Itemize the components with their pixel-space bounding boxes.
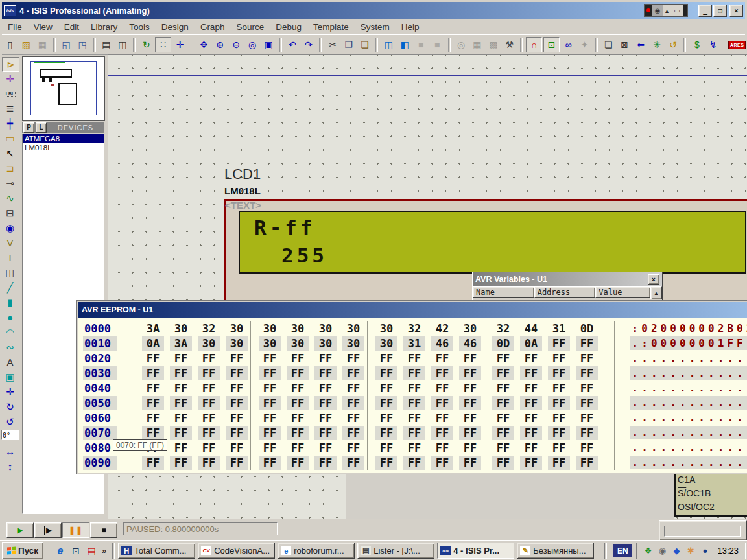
eeprom-byte-cell[interactable]: FF — [459, 351, 481, 366]
menu-design[interactable]: Design — [156, 21, 195, 33]
green-utility-tray-icon[interactable]: ❖ — [642, 545, 654, 557]
block-move-button[interactable]: ◧ — [397, 38, 412, 52]
eeprom-byte-cell[interactable]: FF — [548, 336, 570, 351]
avr-variables-close-button[interactable]: × — [648, 274, 659, 285]
2d-path-mode-button[interactable]: ∾ — [2, 340, 18, 354]
eeprom-byte-cell[interactable]: FF — [170, 351, 192, 366]
eeprom-byte-cell[interactable]: FF — [576, 396, 598, 410]
eeprom-byte-cell[interactable]: FF — [198, 366, 220, 380]
eeprom-byte-cell[interactable]: FF — [576, 441, 598, 455]
eeprom-byte-cell[interactable]: FF — [226, 396, 248, 410]
show-desktop-icon[interactable]: ⊡ — [69, 544, 82, 557]
eeprom-byte-cell[interactable]: FF — [142, 366, 164, 380]
eeprom-byte-cell[interactable]: FF — [170, 441, 192, 455]
simulation-pause-button[interactable]: ❚❚ — [62, 522, 89, 538]
mirror-x-button[interactable]: ↔ — [2, 445, 18, 458]
eeprom-byte-cell[interactable]: FF — [548, 411, 570, 425]
new-sheet-button[interactable]: ❏ — [601, 38, 616, 52]
eeprom-byte-cell[interactable]: FF — [226, 426, 248, 440]
menu-help[interactable]: Help — [396, 21, 425, 33]
cut-button[interactable]: ✂ — [325, 38, 340, 52]
eeprom-byte-cell[interactable]: 30 — [314, 321, 337, 336]
taskbar-task-button[interactable]: HTotal Comm... — [118, 542, 195, 559]
eeprom-byte-cell[interactable]: FF — [576, 426, 598, 440]
eeprom-byte-cell[interactable]: 30 — [226, 321, 248, 336]
eeprom-byte-cell[interactable]: 31 — [403, 336, 425, 351]
eeprom-byte-cell[interactable]: FF — [403, 396, 425, 410]
tape-recorder-mode-button[interactable]: ⊟ — [2, 206, 18, 220]
schematic-overview[interactable] — [22, 56, 105, 121]
mark-output-area-button[interactable]: ◫ — [115, 38, 130, 52]
blue-badge-tray-icon[interactable]: ● — [699, 545, 711, 557]
eeprom-byte-cell[interactable]: FF — [548, 366, 570, 380]
eeprom-byte-cell[interactable]: FF — [403, 366, 425, 380]
menu-library[interactable]: Library — [85, 21, 123, 33]
eeprom-byte-cell[interactable]: FF — [226, 456, 248, 470]
eeprom-byte-cell[interactable]: FF — [403, 411, 425, 425]
bill-of-materials-button[interactable]: $ — [689, 38, 704, 52]
eeprom-byte-cell[interactable]: FF — [548, 441, 570, 455]
eeprom-byte-cell[interactable]: FF — [342, 456, 364, 470]
menu-tools[interactable]: Tools — [123, 21, 156, 33]
eeprom-byte-cell[interactable]: FF — [287, 381, 309, 395]
eeprom-byte-cell[interactable]: FF — [142, 351, 164, 366]
menu-graph[interactable]: Graph — [195, 21, 231, 33]
eeprom-byte-cell[interactable]: 30 — [226, 336, 248, 351]
virtual-instruments-mode-button[interactable]: ◫ — [2, 266, 18, 279]
library-button[interactable]: L — [36, 122, 47, 133]
2d-box-mode-button[interactable]: ▮ — [2, 296, 18, 309]
eeprom-byte-cell[interactable]: FF — [492, 426, 514, 440]
start-button[interactable]: Пуск — [2, 542, 43, 559]
design-explorer-button[interactable]: ✦ — [577, 38, 592, 52]
eeprom-byte-cell[interactable]: FF — [142, 426, 164, 440]
2d-line-mode-button[interactable]: ╱ — [2, 281, 18, 294]
2d-text-mode-button[interactable]: A — [2, 355, 18, 369]
taskbar-task-button[interactable]: isis4 - ISIS Pr... — [437, 542, 514, 559]
eeprom-byte-cell[interactable]: FF — [459, 426, 481, 440]
eeprom-byte-cell[interactable]: FF — [142, 396, 164, 410]
instant-edit-mode-button[interactable]: ↖ — [2, 146, 18, 160]
eeprom-byte-cell[interactable]: FF — [375, 381, 397, 395]
eeprom-byte-cell[interactable]: FF — [170, 411, 192, 425]
eeprom-byte-cell[interactable]: FF — [342, 366, 364, 380]
variables-column-address[interactable]: Address — [534, 286, 596, 298]
import-section-button[interactable]: ◱ — [59, 38, 74, 52]
eeprom-byte-cell[interactable]: FF — [375, 441, 397, 455]
eeprom-byte-cell[interactable]: FF — [142, 456, 164, 470]
eeprom-byte-cell[interactable]: FF — [431, 351, 453, 366]
eeprom-byte-cell[interactable]: FF — [259, 351, 281, 366]
eeprom-byte-cell[interactable]: 0A — [520, 336, 542, 351]
eeprom-byte-cell[interactable]: FF — [459, 411, 481, 425]
eeprom-byte-cell[interactable]: FF — [375, 366, 397, 380]
eeprom-byte-cell[interactable]: 0D — [576, 321, 598, 336]
eeprom-byte-cell[interactable]: FF — [342, 351, 364, 366]
eeprom-byte-cell[interactable]: FF — [403, 351, 425, 366]
2d-marker-mode-button[interactable]: ✛ — [2, 385, 18, 399]
eeprom-byte-cell[interactable]: FF — [431, 381, 453, 395]
eeprom-byte-cell[interactable]: FF — [548, 396, 570, 410]
eeprom-byte-cell[interactable]: 30 — [170, 321, 192, 336]
eeprom-byte-cell[interactable]: FF — [431, 366, 453, 380]
device-list-item[interactable]: LM018L — [23, 143, 104, 152]
bus-mode-button[interactable]: ┿ — [2, 117, 18, 130]
zoom-in-button[interactable]: ⊕ — [213, 38, 228, 52]
eeprom-byte-cell[interactable]: FF — [342, 411, 364, 425]
eeprom-byte-cell[interactable]: FF — [259, 381, 281, 395]
eeprom-byte-cell[interactable]: FF — [375, 456, 397, 470]
eeprom-byte-cell[interactable]: FF — [548, 351, 570, 366]
simulation-stop-button[interactable]: ■ — [90, 522, 117, 538]
export-section-button[interactable]: ◳ — [75, 38, 90, 52]
eeprom-byte-cell[interactable]: FF — [170, 456, 192, 470]
goto-sheet-button[interactable]: ↺ — [665, 38, 680, 52]
menu-edit[interactable]: Edit — [58, 21, 85, 33]
eeprom-byte-cell[interactable]: FF — [548, 456, 570, 470]
eeprom-byte-cell[interactable]: FF — [576, 336, 598, 351]
eeprom-byte-cell[interactable]: FF — [314, 396, 337, 410]
eeprom-byte-cell[interactable]: FF — [492, 456, 514, 470]
wire-label-mode-button[interactable]: LBL — [2, 87, 18, 100]
search-tag-button[interactable]: ⊡ — [543, 37, 560, 52]
2d-symbol-mode-button[interactable]: ▣ — [2, 370, 18, 384]
eeprom-byte-cell[interactable]: FF — [520, 381, 542, 395]
eeprom-byte-cell[interactable]: 32 — [198, 321, 220, 336]
eeprom-byte-cell[interactable]: FF — [226, 411, 248, 425]
